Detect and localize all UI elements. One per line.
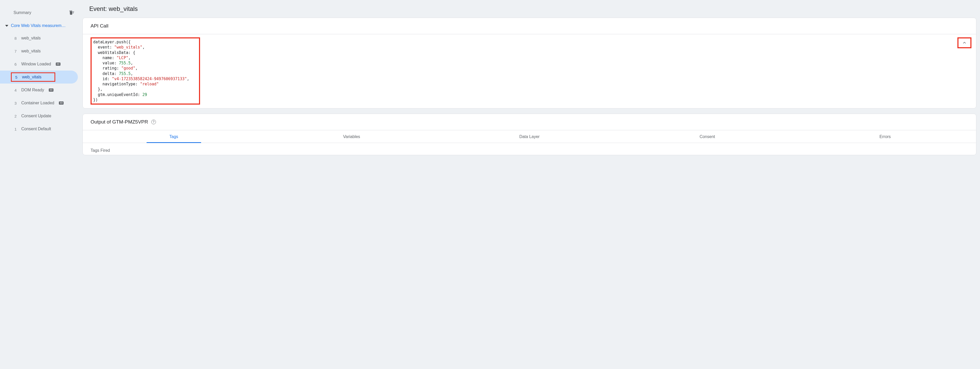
event-label: web_vitals [21, 36, 41, 40]
sidebar-group-title: Core Web Vitals measurem… [11, 23, 66, 28]
sidebar-event-item[interactable]: 4DOM Ready<> [0, 84, 78, 97]
tab-variables[interactable]: Variables [262, 130, 440, 143]
sidebar-event-item[interactable]: 7web_vitals [0, 45, 78, 57]
event-label: web_vitals [22, 75, 41, 80]
tags-fired-label: Tags Fired [83, 143, 976, 155]
clear-list-icon[interactable] [68, 10, 75, 16]
event-label: web_vitals [21, 49, 41, 54]
sidebar: Summary Core Web Vitals measurem… 8web_v… [0, 0, 80, 369]
collapse-button[interactable] [958, 37, 971, 48]
sidebar-event-item[interactable]: 5web_vitals [0, 71, 78, 84]
tab-data-layer[interactable]: Data Layer [441, 130, 618, 143]
sidebar-event-item[interactable]: 1Consent Default [0, 122, 78, 135]
output-card: Output of GTM-PMZ5VPR ? TagsVariablesDat… [83, 114, 976, 155]
api-call-header: API Call [83, 18, 976, 34]
api-call-title: API Call [91, 23, 108, 29]
event-number: 2 [13, 114, 17, 118]
code-badge-icon: <> [56, 62, 60, 66]
event-number: 3 [13, 101, 17, 105]
api-call-body: dataLayer.push({ event: "web_vitals", we… [83, 34, 976, 108]
event-label: Consent Update [21, 114, 51, 118]
sidebar-event-item[interactable]: 3Container Loaded<> [0, 97, 78, 110]
event-label: Window Loaded [21, 62, 51, 67]
tab-errors[interactable]: Errors [796, 130, 974, 143]
help-icon[interactable]: ? [151, 119, 156, 124]
tab-consent[interactable]: Consent [618, 130, 796, 143]
sidebar-event-list: 8web_vitals7web_vitals6Window Loaded<>5w… [0, 32, 80, 135]
page-title: Event: web_vitals [83, 3, 976, 17]
api-call-code: dataLayer.push({ event: "web_vitals", we… [93, 40, 189, 102]
sidebar-event-item[interactable]: 2Consent Update [0, 110, 78, 122]
output-header: Output of GTM-PMZ5VPR ? [83, 114, 976, 130]
output-title: Output of GTM-PMZ5VPR [91, 119, 148, 125]
chevron-up-icon [962, 40, 967, 45]
event-label: Consent Default [21, 127, 51, 131]
sidebar-event-item[interactable]: 8web_vitals [0, 32, 78, 45]
sidebar-summary-label: Summary [13, 10, 31, 15]
output-tabs: TagsVariablesData LayerConsentErrors [83, 130, 976, 143]
main-content: Event: web_vitals API Call dataLayer.pus… [80, 0, 980, 369]
sidebar-group-header[interactable]: Core Web Vitals measurem… [0, 21, 80, 32]
event-number: 5 [14, 75, 18, 80]
chevron-down-icon [5, 25, 8, 27]
event-number: 7 [13, 49, 17, 54]
code-badge-icon: <> [59, 102, 64, 105]
event-number: 8 [13, 36, 17, 40]
sidebar-event-item[interactable]: 6Window Loaded<> [0, 57, 78, 71]
sidebar-summary-row[interactable]: Summary [0, 7, 80, 21]
event-number: 6 [13, 62, 17, 67]
event-number: 4 [13, 88, 17, 92]
code-badge-icon: <> [49, 89, 53, 92]
api-call-code-highlight: dataLayer.push({ event: "web_vitals", we… [91, 37, 200, 105]
api-call-card: API Call dataLayer.push({ event: "web_vi… [83, 17, 976, 108]
tab-tags[interactable]: Tags [85, 130, 262, 143]
event-number: 1 [13, 127, 17, 131]
event-label: DOM Ready [21, 88, 44, 92]
event-label: Container Loaded [21, 101, 54, 105]
